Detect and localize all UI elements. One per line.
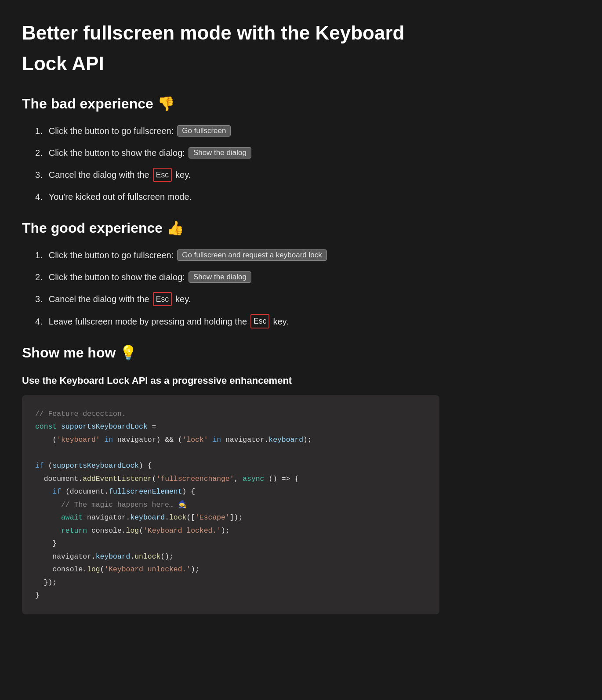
good-steps-list: Click the button to go fullscreen: Go fu… (22, 248, 439, 328)
bad-steps-list: Click the button to go fullscreen: Go fu… (22, 124, 439, 204)
show-me-how-section: Show me how 💡 Use the Keyboard Lock API … (22, 342, 439, 614)
bad-step-3-text-after: key. (175, 168, 191, 182)
code-line-13: }); (35, 576, 426, 589)
good-experience-heading: The good experience 👍 (22, 217, 439, 239)
code-line-2: const supportsKeyboardLock = (35, 420, 426, 433)
bad-step-4: You're kicked out of fullscreen mode. (35, 190, 439, 204)
good-step-4-text-before: Leave fullscreen mode by pressing and ho… (49, 314, 247, 328)
code-line-9: return console.log('Keyboard locked.'); (35, 524, 426, 538)
good-step-4: Leave fullscreen mode by pressing and ho… (35, 314, 439, 328)
show-me-how-heading: Show me how 💡 (22, 342, 439, 364)
code-line-11: navigator.keyboard.unlock(); (35, 550, 426, 563)
code-line-8: await navigator.keyboard.lock(['Escape']… (35, 511, 426, 524)
code-line-1: // Feature detection. (35, 408, 426, 421)
bad-experience-section: The bad experience 👎 Click the button to… (22, 93, 439, 204)
show-dialog-good-button[interactable]: Show the dialog (189, 271, 251, 283)
bad-step-4-text: You're kicked out of fullscreen mode. (49, 190, 192, 204)
good-step-1-text: Click the button to go fullscreen: (49, 248, 174, 262)
bad-emoji: 👎 (157, 96, 175, 112)
good-emoji: 👍 (167, 220, 184, 236)
bad-step-2: Click the button to show the dialog: Sho… (35, 146, 439, 160)
good-experience-section: The good experience 👍 Click the button t… (22, 217, 439, 328)
code-line-blank (35, 447, 426, 460)
good-step-1: Click the button to go fullscreen: Go fu… (35, 248, 439, 262)
show-subheading: Use the Keyboard Lock API as a progressi… (22, 373, 439, 388)
code-line-5: document.addEventListener('fullscreencha… (35, 473, 426, 486)
show-dialog-bad-button[interactable]: Show the dialog (189, 147, 251, 159)
esc-key-good-step3: Esc (153, 292, 172, 306)
show-heading-text: Show me how (22, 345, 116, 361)
esc-key-bad-step3: Esc (153, 168, 172, 182)
bad-heading-text: The bad experience (22, 96, 153, 112)
bad-experience-heading: The bad experience 👎 (22, 93, 439, 115)
code-line-10: } (35, 537, 426, 550)
esc-key-good-step4: Esc (250, 314, 269, 328)
bad-step-1: Click the button to go fullscreen: Go fu… (35, 124, 439, 138)
code-block: // Feature detection. const supportsKeyb… (22, 395, 439, 614)
code-line-14: } (35, 589, 426, 602)
good-step-3: Cancel the dialog with the Esc key. (35, 292, 439, 306)
page-title: Better fullscreen mode with the Keyboard… (22, 18, 439, 79)
good-step-2-text: Click the button to show the dialog: (49, 270, 185, 284)
good-step-3-text-after: key. (175, 292, 191, 306)
bad-step-3: Cancel the dialog with the Esc key. (35, 168, 439, 182)
bad-step-2-text: Click the button to show the dialog: (49, 146, 185, 160)
good-step-4-text-after: key. (273, 314, 288, 328)
bad-step-3-text-before: Cancel the dialog with the (49, 168, 149, 182)
show-emoji: 💡 (120, 345, 137, 361)
code-line-6: if (document.fullscreenElement) { (35, 485, 426, 498)
code-line-3: ('keyboard' in navigator) && ('lock' in … (35, 433, 426, 447)
code-line-7: // The magic happens here… 🧙 (35, 498, 426, 512)
good-step-3-text-before: Cancel the dialog with the (49, 292, 149, 306)
code-line-12: console.log('Keyboard unlocked.'); (35, 563, 426, 576)
good-heading-text: The good experience (22, 220, 163, 236)
go-fullscreen-good-button[interactable]: Go fullscreen and request a keyboard loc… (177, 249, 326, 261)
good-step-2: Click the button to show the dialog: Sho… (35, 270, 439, 284)
go-fullscreen-bad-button[interactable]: Go fullscreen (177, 125, 231, 137)
bad-step-1-text: Click the button to go fullscreen: (49, 124, 174, 138)
code-line-4: if (supportsKeyboardLock) { (35, 459, 426, 473)
